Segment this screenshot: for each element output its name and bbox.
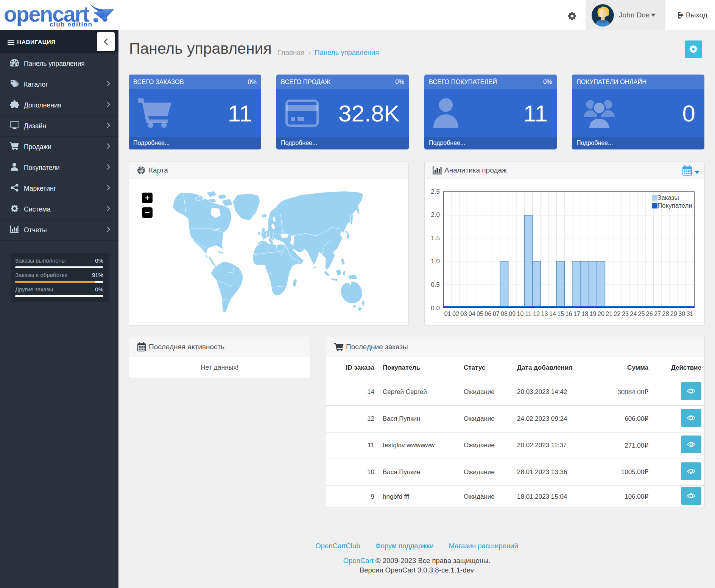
- svg-text:club edition: club edition: [50, 21, 92, 28]
